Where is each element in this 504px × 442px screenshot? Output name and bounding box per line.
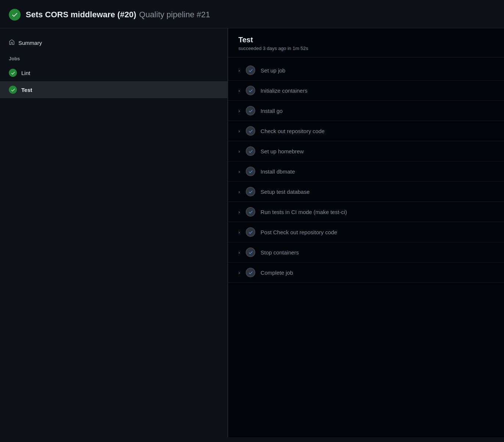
step-complete-job[interactable]: › Complete job xyxy=(228,263,504,283)
test-status-icon xyxy=(9,86,17,94)
step-init-containers[interactable]: › Initialize containers xyxy=(228,81,504,101)
chevron-right-icon: › xyxy=(238,108,240,114)
step-setup-homebrew[interactable]: › Set up homebrew xyxy=(228,141,504,161)
header-status-icon xyxy=(9,9,21,21)
step-post-checkout[interactable]: › Post Check out repository code xyxy=(228,222,504,242)
step-0-label: Set up job xyxy=(260,67,285,74)
chevron-right-icon: › xyxy=(238,209,240,215)
step-0-status-icon xyxy=(246,65,255,75)
chevron-right-icon: › xyxy=(238,88,240,93)
home-icon xyxy=(9,39,15,46)
step-1-label: Initialize containers xyxy=(260,88,307,94)
step-7-status-icon xyxy=(246,207,255,217)
sidebar-summary-link[interactable]: Summary xyxy=(0,36,227,50)
step-7-label: Run tests in CI mode (make test-ci) xyxy=(260,209,347,215)
content-title: Test xyxy=(238,36,494,44)
chevron-right-icon: › xyxy=(238,169,240,174)
step-10-status-icon xyxy=(246,268,255,277)
step-install-go[interactable]: › Install go xyxy=(228,101,504,121)
step-10-label: Complete job xyxy=(260,270,293,276)
steps-list: › Set up job › Initialize containers xyxy=(228,57,504,286)
sidebar: Summary Jobs Lint Test xyxy=(0,28,228,437)
step-stop-containers[interactable]: › Stop containers xyxy=(228,242,504,263)
step-4-status-icon xyxy=(246,146,255,156)
chevron-right-icon: › xyxy=(238,149,240,154)
step-3-status-icon xyxy=(246,126,255,136)
step-install-dbmate[interactable]: › Install dbmate xyxy=(228,161,504,182)
header-title-primary: Sets CORS middleware (#20) xyxy=(26,10,136,19)
step-6-label: Setup test database xyxy=(260,189,309,195)
chevron-right-icon: › xyxy=(238,270,240,275)
step-run-tests[interactable]: › Run tests in CI mode (make test-ci) xyxy=(228,202,504,222)
step-9-status-icon xyxy=(246,247,255,257)
summary-label: Summary xyxy=(18,40,42,46)
step-setup-job[interactable]: › Set up job xyxy=(228,60,504,81)
sidebar-item-test[interactable]: Test xyxy=(0,81,227,98)
chevron-right-icon: › xyxy=(238,128,240,134)
lint-job-label: Lint xyxy=(21,70,30,76)
jobs-section-label: Jobs xyxy=(0,50,227,64)
step-2-status-icon xyxy=(246,106,255,115)
step-8-label: Post Check out repository code xyxy=(260,229,337,235)
step-8-status-icon xyxy=(246,227,255,237)
page-header: Sets CORS middleware (#20) Quality pipel… xyxy=(0,0,504,28)
step-3-label: Check out repository code xyxy=(260,128,324,134)
chevron-right-icon: › xyxy=(238,250,240,255)
main-layout: Summary Jobs Lint Test Test succeeded 3 … xyxy=(0,28,504,437)
chevron-right-icon: › xyxy=(238,229,240,235)
test-job-label: Test xyxy=(21,87,32,93)
step-6-status-icon xyxy=(246,187,255,196)
content-header: Test succeeded 3 days ago in 1m 52s xyxy=(228,28,504,57)
sidebar-item-lint[interactable]: Lint xyxy=(0,64,227,81)
content-panel: Test succeeded 3 days ago in 1m 52s › Se… xyxy=(228,28,504,437)
step-5-label: Install dbmate xyxy=(260,168,295,175)
step-4-label: Set up homebrew xyxy=(260,148,304,154)
chevron-right-icon: › xyxy=(238,189,240,195)
step-2-label: Install go xyxy=(260,108,282,114)
content-subtitle: succeeded 3 days ago in 1m 52s xyxy=(238,46,494,51)
step-1-status-icon xyxy=(246,86,255,95)
step-9-label: Stop containers xyxy=(260,249,299,256)
lint-status-icon xyxy=(9,69,17,77)
chevron-right-icon: › xyxy=(238,68,240,73)
step-checkout-repo[interactable]: › Check out repository code xyxy=(228,121,504,141)
header-title-secondary: Quality pipeline #21 xyxy=(139,10,210,19)
step-5-status-icon xyxy=(246,167,255,176)
step-setup-test-db[interactable]: › Setup test database xyxy=(228,182,504,202)
